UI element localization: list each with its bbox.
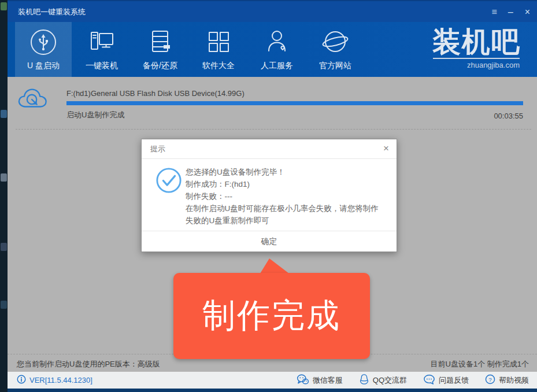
computer-icon bbox=[87, 28, 117, 57]
result-dialog: 提示 × 您选择的U盘设备制作完毕！ 制作成功：F:(hd1) 制作失败：---… bbox=[141, 139, 397, 252]
dialog-body: 您选择的U盘设备制作完毕！ 制作成功：F:(hd1) 制作失败：--- 在制作启… bbox=[142, 159, 397, 231]
desktop-background bbox=[0, 0, 8, 392]
footer-links: 微信客服 QQ交流群 bbox=[297, 373, 529, 387]
window-title: 装机吧一键重装系统 bbox=[18, 1, 86, 23]
window-bottom-edge bbox=[8, 389, 537, 392]
nav-label: 备份/还原 bbox=[143, 61, 177, 71]
section-divider bbox=[16, 129, 531, 130]
logo-domain: zhuangjiba.com bbox=[432, 61, 521, 69]
app-window: 装机吧一键重装系统 ≡ – × U 盘启动 bbox=[8, 0, 537, 392]
service-person-icon bbox=[262, 28, 292, 57]
window-controls: ≡ – × bbox=[491, 1, 530, 23]
logo-underline bbox=[433, 58, 520, 59]
svg-text:?: ? bbox=[488, 376, 492, 383]
apps-grid-icon bbox=[203, 28, 234, 57]
server-stack-icon bbox=[145, 28, 175, 57]
menu-icon[interactable]: ≡ bbox=[491, 8, 496, 17]
qq-icon bbox=[359, 373, 369, 387]
nav-item-software[interactable]: 软件大全 bbox=[190, 22, 247, 77]
dialog-line: 在制作启动U盘时可能存在极小几率会失败，请您将制作失败的U盘重新制作即可 bbox=[186, 202, 386, 227]
dialog-line: 制作失败：--- bbox=[186, 190, 386, 202]
cloud-download-icon bbox=[17, 85, 49, 115]
dialog-footer: 确定 bbox=[142, 231, 397, 251]
footer-link-label: 问题反馈 bbox=[439, 375, 469, 386]
callout-text: 制作完成 bbox=[202, 294, 341, 338]
success-check-icon bbox=[155, 167, 182, 196]
elapsed-time: 00:03:55 bbox=[494, 112, 523, 120]
nav-label: U 盘启动 bbox=[27, 61, 60, 71]
version-text: VER[11.5.44.1230] bbox=[29, 376, 92, 384]
usb-icon bbox=[28, 28, 58, 57]
nav-item-one-key-install[interactable]: 一键装机 bbox=[73, 22, 130, 77]
feedback-bubble-icon bbox=[423, 374, 435, 387]
qq-group-link[interactable]: QQ交流群 bbox=[359, 373, 407, 387]
version-info: VER[11.5.44.1230] bbox=[17, 375, 92, 386]
footer-bar: VER[11.5.44.1230] 微信客服 bbox=[8, 372, 537, 389]
nav-label: 软件大全 bbox=[202, 61, 235, 71]
help-question-icon: ? bbox=[485, 374, 495, 386]
pe-version-text: 您当前制作启动U盘使用的PE版本：高级版 bbox=[17, 359, 160, 369]
callout-arrow bbox=[260, 258, 289, 273]
dialog-line: 制作成功：F:(hd1) bbox=[186, 178, 386, 190]
progress-bar bbox=[66, 101, 523, 105]
nav-label: 官方网站 bbox=[319, 61, 351, 71]
nav-item-website[interactable]: 官方网站 bbox=[307, 22, 364, 77]
title-bar: 装机吧一键重装系统 ≡ – × bbox=[8, 0, 537, 22]
dialog-header: 提示 × bbox=[142, 139, 397, 159]
footer-link-label: 微信客服 bbox=[313, 375, 343, 386]
close-icon[interactable]: × bbox=[525, 8, 530, 17]
dialog-line: 您选择的U盘设备制作完毕！ bbox=[186, 166, 386, 178]
dialog-title: 提示 bbox=[150, 139, 165, 159]
progress-section: F:(hd1)General USB Flash Disk USB Device… bbox=[8, 77, 537, 130]
nav-label: 人工服务 bbox=[261, 61, 293, 71]
footer-link-label: 帮助视频 bbox=[499, 375, 529, 386]
info-icon bbox=[17, 375, 26, 386]
main-nav: U 盘启动 一键装机 备份/还原 bbox=[8, 22, 537, 77]
nav-label: 一键装机 bbox=[86, 61, 118, 71]
progress-status: 启动U盘制作完成 bbox=[66, 110, 124, 120]
globe-icon bbox=[320, 28, 350, 57]
help-video-link[interactable]: ? 帮助视频 bbox=[485, 373, 529, 387]
usb-count-text: 目前U盘设备1个 制作完成1个 bbox=[431, 359, 529, 369]
dialog-close-icon[interactable]: × bbox=[383, 139, 389, 158]
usb-device-label: F:(hd1)General USB Flash Disk USB Device… bbox=[66, 89, 245, 98]
footer-link-label: QQ交流群 bbox=[373, 375, 407, 386]
wechat-service-link[interactable]: 微信客服 bbox=[297, 373, 343, 387]
brand-logo: 装机吧 zhuangjiba.com bbox=[432, 25, 521, 69]
nav-item-backup-restore[interactable]: 备份/还原 bbox=[132, 22, 188, 77]
minimize-icon[interactable]: – bbox=[508, 8, 513, 17]
nav-item-service[interactable]: 人工服务 bbox=[249, 22, 305, 77]
progress-bar-fill bbox=[66, 101, 523, 105]
completion-callout: 制作完成 bbox=[173, 273, 370, 359]
logo-text: 装机吧 bbox=[432, 25, 521, 58]
dialog-message: 您选择的U盘设备制作完毕！ 制作成功：F:(hd1) 制作失败：--- 在制作启… bbox=[186, 166, 386, 227]
nav-item-usb-boot[interactable]: U 盘启动 bbox=[15, 22, 72, 77]
feedback-link[interactable]: 问题反馈 bbox=[423, 373, 469, 387]
wechat-icon bbox=[297, 374, 309, 387]
ok-button[interactable]: 确定 bbox=[244, 231, 295, 252]
